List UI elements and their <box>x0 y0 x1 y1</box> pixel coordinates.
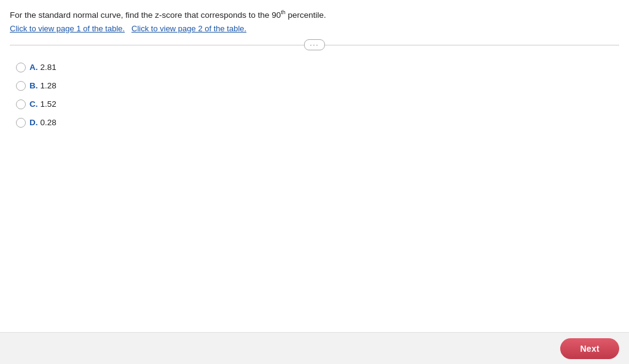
next-button[interactable]: Next <box>560 338 619 359</box>
options-list: A. 2.81 B. 1.28 C. 1.52 D. 0.28 <box>16 63 619 128</box>
question-text: For the standard normal curve, find the … <box>10 9 619 21</box>
table-link-2[interactable]: Click to view page 2 of the table. <box>131 24 246 33</box>
option-label-a: A. <box>29 63 38 72</box>
question-text-before: For the standard normal curve, find the … <box>10 10 281 20</box>
option-item-b[interactable]: B. 1.28 <box>16 81 619 91</box>
option-label-d: D. <box>29 118 38 127</box>
main-content: For the standard normal curve, find the … <box>0 0 629 128</box>
table-link-1[interactable]: Click to view page 1 of the table. <box>10 24 125 33</box>
option-value-a: 2.81 <box>41 63 57 72</box>
radio-b[interactable] <box>16 81 26 91</box>
option-item-d[interactable]: D. 0.28 <box>16 118 619 128</box>
option-item-c[interactable]: C. 1.52 <box>16 99 619 109</box>
option-value-c: 1.52 <box>41 99 57 109</box>
radio-a[interactable] <box>16 63 26 72</box>
option-item-a[interactable]: A. 2.81 <box>16 63 619 72</box>
radio-c[interactable] <box>16 99 26 109</box>
option-value-b: 1.28 <box>41 81 57 90</box>
question-superscript: th <box>281 9 286 15</box>
radio-d[interactable] <box>16 118 26 128</box>
option-label-c: C. <box>29 99 38 109</box>
divider: ··· <box>10 39 619 50</box>
divider-dots: ··· <box>304 39 324 50</box>
option-label-b: B. <box>29 81 38 90</box>
question-text-after: percentile. <box>286 10 326 20</box>
footer-bar: Next <box>0 332 629 364</box>
option-value-d: 0.28 <box>41 118 57 127</box>
table-links: Click to view page 1 of the table. Click… <box>10 24 619 33</box>
